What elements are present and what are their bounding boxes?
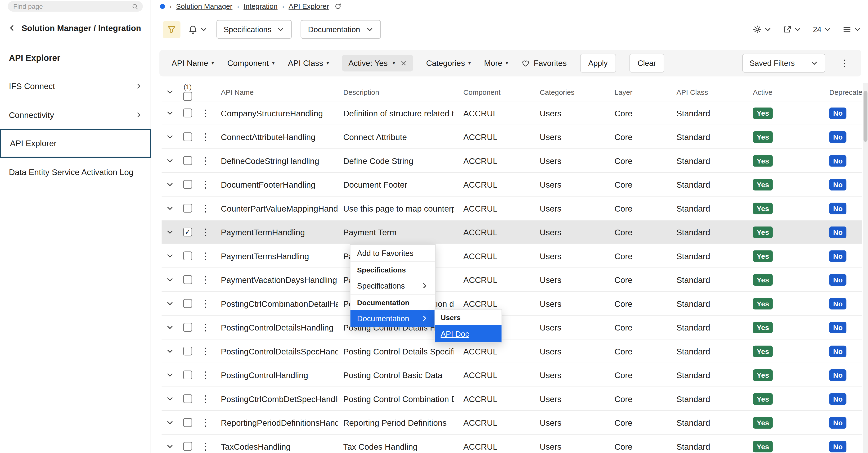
find-page-input[interactable]: [12, 2, 132, 11]
vertical-scrollbar[interactable]: [863, 83, 868, 453]
row-checkbox[interactable]: [183, 251, 192, 260]
row-expand-button[interactable]: [161, 300, 178, 307]
filter-chip-active[interactable]: Active: Yes ▾: [342, 55, 413, 71]
sidebar-item[interactable]: Connectivity: [0, 100, 151, 129]
close-icon[interactable]: [400, 60, 407, 66]
row-expand-button[interactable]: [161, 228, 178, 236]
documentation-button[interactable]: Documentation: [301, 20, 381, 39]
table-row[interactable]: ⋮ PostingControlDetailsSpecHandling Post…: [161, 339, 862, 363]
filter-more[interactable]: More▾: [484, 59, 508, 67]
row-expand-button[interactable]: [161, 204, 178, 212]
row-checkbox[interactable]: [183, 299, 192, 308]
export-menu-button[interactable]: [783, 25, 802, 34]
row-menu-button[interactable]: ⋮: [197, 417, 214, 428]
page-size-selector[interactable]: 24: [813, 25, 831, 34]
find-page-search[interactable]: [8, 1, 143, 11]
scrollbar-thumb[interactable]: [864, 91, 867, 142]
row-checkbox[interactable]: [183, 109, 192, 117]
column-header-active[interactable]: Active: [743, 88, 803, 96]
row-menu-button[interactable]: ⋮: [197, 274, 214, 285]
sidebar-item[interactable]: IFS Connect: [0, 72, 151, 100]
notifications-button[interactable]: [188, 25, 208, 34]
sidebar-item[interactable]: Data Entity Service Activation Log: [0, 157, 151, 186]
clear-button[interactable]: Clear: [629, 54, 664, 72]
breadcrumb-integration[interactable]: Integration: [244, 2, 278, 10]
row-expand-button[interactable]: [161, 181, 178, 188]
row-expand-button[interactable]: [161, 157, 178, 164]
sidebar-item[interactable]: API Explorer: [0, 129, 151, 157]
column-header-description[interactable]: Description: [338, 88, 454, 96]
breadcrumb-api-explorer[interactable]: API Explorer: [289, 2, 329, 10]
filter-api-name[interactable]: API Name▾: [172, 59, 214, 67]
table-row[interactable]: ⋮ PostingCtrlCombDetSpecHandling Posting…: [161, 387, 862, 411]
row-checkbox[interactable]: [183, 204, 192, 213]
filter-categories[interactable]: Categories▾: [426, 59, 471, 67]
row-expand-button[interactable]: [161, 252, 178, 260]
row-menu-button[interactable]: ⋮: [197, 202, 214, 214]
row-expand-button[interactable]: [161, 276, 178, 283]
row-checkbox[interactable]: [183, 346, 192, 355]
row-menu-button[interactable]: ⋮: [197, 179, 214, 190]
table-row[interactable]: ⋮ PostingControlHandling Posting Control…: [161, 363, 862, 387]
table-row[interactable]: ⋮ PaymentVacationDaysHandling Payment Va…: [161, 268, 862, 292]
sidebar-back[interactable]: Solution Manager / Integration: [8, 23, 141, 33]
menu-item-add-to-favorites[interactable]: Add to Favorites: [350, 245, 435, 261]
row-checkbox[interactable]: [183, 275, 192, 284]
table-row[interactable]: ⋮ ConnectAttributeHandling Connect Attri…: [161, 125, 862, 149]
select-all-checkbox[interactable]: [183, 92, 192, 101]
row-menu-button[interactable]: ⋮: [197, 345, 214, 357]
saved-filters-select[interactable]: Saved Filters: [742, 54, 825, 72]
row-menu-button[interactable]: ⋮: [197, 393, 214, 404]
row-menu-button[interactable]: ⋮: [197, 155, 214, 166]
row-checkbox[interactable]: [183, 180, 192, 189]
column-header-layer[interactable]: Layer: [605, 88, 667, 96]
table-row[interactable]: ⋮ CounterPartValueMappingHandling Use th…: [161, 197, 862, 220]
settings-menu-button[interactable]: [753, 25, 772, 34]
breadcrumb-solution-manager[interactable]: Solution Manager: [176, 2, 232, 10]
favorites-button[interactable]: Favorites: [522, 59, 567, 67]
menu-item-documentation[interactable]: Documentation: [350, 310, 435, 327]
row-checkbox[interactable]: [183, 156, 192, 165]
view-mode-selector[interactable]: [842, 25, 861, 34]
row-checkbox[interactable]: [183, 323, 192, 332]
filter-api-class[interactable]: API Class▾: [288, 59, 329, 67]
row-expand-button[interactable]: [161, 371, 178, 379]
menu-item-specifications[interactable]: Specifications: [350, 277, 435, 294]
table-row[interactable]: ⋮ ReportingPeriodDefinitionsHandling Rep…: [161, 411, 862, 435]
filter-overflow-menu-button[interactable]: ⋮: [840, 57, 849, 69]
column-header-api-name[interactable]: API Name: [214, 88, 338, 96]
table-row[interactable]: ⋮ TaxCodesHandling Tax Codes Handling AC…: [161, 435, 862, 453]
table-row[interactable]: ⋮ PaymentTermsHandling Payment Terms ACC…: [161, 244, 862, 268]
row-checkbox[interactable]: [183, 418, 192, 427]
table-row[interactable]: ⋮ CompanyStructureHandling Definition of…: [161, 101, 862, 125]
table-row[interactable]: ⋮ PostingControlDetailsHandling Posting …: [161, 315, 862, 339]
submenu-item-api-doc[interactable]: API Doc: [435, 325, 501, 342]
row-expand-button[interactable]: [161, 419, 178, 426]
row-expand-button[interactable]: [161, 109, 178, 117]
row-checkbox[interactable]: [183, 370, 192, 379]
column-header-component[interactable]: Component: [454, 88, 530, 96]
row-checkbox[interactable]: [183, 132, 192, 141]
row-expand-button[interactable]: [161, 323, 178, 331]
row-menu-button[interactable]: ⋮: [197, 250, 214, 262]
table-row[interactable]: ⋮ PaymentTermHandling Payment Term ACCRU…: [161, 220, 862, 244]
row-menu-button[interactable]: ⋮: [197, 298, 214, 309]
row-menu-button[interactable]: ⋮: [197, 369, 214, 381]
row-menu-button[interactable]: ⋮: [197, 441, 214, 452]
row-menu-button[interactable]: ⋮: [197, 226, 214, 238]
filter-component[interactable]: Component▾: [227, 59, 275, 67]
apply-button[interactable]: Apply: [580, 54, 616, 72]
row-checkbox[interactable]: [183, 442, 192, 451]
row-menu-button[interactable]: ⋮: [197, 322, 214, 333]
row-expand-button[interactable]: [161, 133, 178, 141]
row-checkbox[interactable]: [183, 228, 192, 237]
collapse-all-button[interactable]: [161, 88, 178, 96]
table-row[interactable]: ⋮ DefineCodeStringHandling Define Code S…: [161, 149, 862, 173]
column-header-categories[interactable]: Categories: [530, 88, 605, 96]
row-menu-button[interactable]: ⋮: [197, 107, 214, 119]
column-header-deprecated[interactable]: Deprecated: [803, 88, 862, 96]
refresh-icon[interactable]: [334, 3, 342, 10]
filter-toggle-button[interactable]: [163, 21, 181, 38]
row-expand-button[interactable]: [161, 395, 178, 402]
column-header-api-class[interactable]: API Class: [667, 88, 743, 96]
